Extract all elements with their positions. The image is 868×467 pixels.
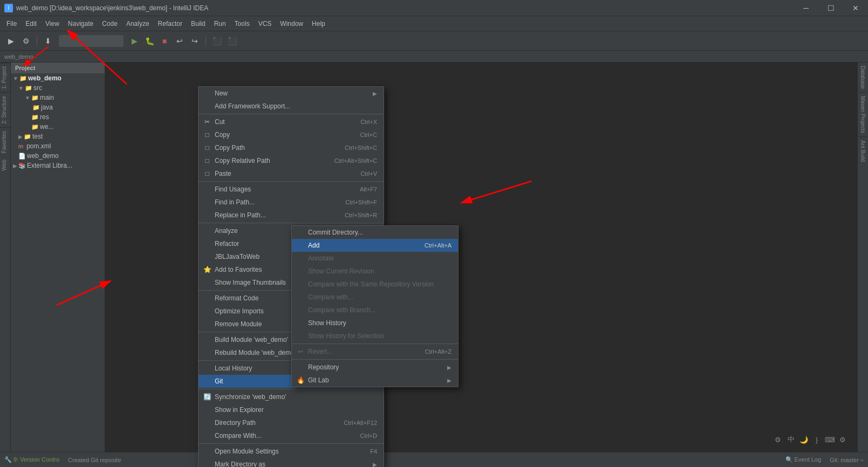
sub-add[interactable]: Add Ctrl+Alt+A [292,239,458,252]
icon-theme[interactable]: ⚙ [772,434,784,445]
menu-navigate[interactable]: Navigate [64,18,98,30]
tree-item-src[interactable]: ▼ 📁 src [11,83,105,93]
tree-label: main [40,94,54,101]
ctx-mark-icon [203,460,211,467]
ctx-git-icon [203,377,211,386]
ctx-copy-relative-label: Copy Relative Path [215,157,330,164]
toolbar-btn-extra2[interactable]: ↪ [188,35,201,47]
sub-gitlab[interactable]: 🔥 Git Lab ▶ [292,374,458,387]
tree-item-java[interactable]: 📁 java [11,102,105,112]
ctx-open-module-settings[interactable]: Open Module Settings F4 [199,445,384,458]
menu-code[interactable]: Code [98,18,122,30]
ctx-paste-shortcut: Ctrl+V [360,170,377,177]
sidebar-item-web[interactable]: Web [0,156,10,174]
version-control-label[interactable]: 🔧 9: Version Contro [4,456,59,463]
ctx-directory-path[interactable]: Directory Path Ctrl+Alt+F12 [199,416,384,429]
debug-button[interactable]: 🐛 [143,35,156,47]
minimize-button[interactable]: ─ [794,0,818,16]
ctx-find-in-path-shortcut: Ctrl+Shift+F [345,199,377,205]
menu-file[interactable]: File [2,18,21,30]
icon-settings[interactable]: ⚙ [837,434,849,445]
ctx-find-in-path-icon [203,198,211,207]
sub-show-history[interactable]: Show History [292,317,458,329]
tree-item-main[interactable]: ▼ 📁 main [11,93,105,102]
menu-tools[interactable]: Tools [230,18,254,30]
menu-edit[interactable]: Edit [21,18,41,30]
content-area: New ▶ Add Framework Support... ✂ Cut Ctr… [105,63,868,452]
ctx-copy-path[interactable]: □ Copy Path Ctrl+Shift+C [199,141,384,154]
sidebar-item-structure[interactable]: 2: Structure [0,92,10,127]
ctx-show-in-explorer[interactable]: Show in Explorer [199,403,384,416]
icon-bracket[interactable]: } [811,434,823,445]
menu-build[interactable]: Build [187,18,210,30]
sidebar-item-favorites[interactable]: Favorites [0,127,10,156]
tree-item-external-libs[interactable]: ▶ 📚 External Libra... [11,161,105,170]
ctx-add-framework[interactable]: Add Framework Support... [199,100,384,113]
ctx-copy[interactable]: □ Copy Ctrl+C [199,128,384,141]
ctx-find-usages-icon [203,185,211,194]
ctx-cut[interactable]: ✂ Cut Ctrl+X [199,115,384,128]
ctx-copy-label: Copy [215,131,356,139]
event-log-link[interactable]: 🔍 Event Log [785,456,822,463]
sidebar-ant[interactable]: Ant Build [859,137,867,165]
ctx-new[interactable]: New ▶ [199,87,384,100]
tree-item-we[interactable]: 📁 we... [11,122,105,132]
ctx-mark-directory[interactable]: Mark Directory as ▶ [199,458,384,467]
run-button[interactable]: ▶ [128,35,141,47]
menu-refactor[interactable]: Refactor [154,18,187,30]
menu-view[interactable]: View [41,18,64,30]
tree-item-web_demo[interactable]: ▼ 📁 web_demo [11,73,105,83]
menu-analyze[interactable]: Analyze [122,18,154,30]
toolbar-btn-extra1[interactable]: ↩ [173,35,186,47]
sub-compare-with-label: Compare with... [308,293,452,301]
sidebar-database[interactable]: Database [859,63,867,93]
tree-item-web-demo-file[interactable]: 📄 web_demo [11,151,105,161]
menu-help[interactable]: Help [307,18,330,30]
ctx-copy-relative-path[interactable]: □ Copy Relative Path Ctrl+Alt+Shift+C [199,154,384,167]
sub-repository[interactable]: Repository ▶ [292,361,458,374]
ctx-paste[interactable]: □ Paste Ctrl+V [199,167,384,180]
stop-button[interactable]: ■ [158,35,171,47]
sidebar-item-project[interactable]: 1: Project [0,63,10,92]
toolbar-btn-git2[interactable]: ⬛ [225,35,238,47]
file-icon: 📄 [18,153,26,160]
ctx-compare-icon [203,431,211,440]
ctx-replace-in-path[interactable]: Replace in Path... Ctrl+Shift+R [199,209,384,222]
toolbar-btn-git[interactable]: ⬛ [210,35,223,47]
git-branch[interactable]: Git: master ÷ [830,457,864,463]
tree-label: we... [40,123,53,131]
sub-gitlab-label: Git Lab [308,376,445,384]
status-right: 🔍 Event Log Git: master ÷ [785,456,864,463]
tree-label: test [32,133,43,140]
left-sidebar-labels: 1: Project 2: Structure Favorites Web [0,63,11,452]
ctx-explorer-label: Show in Explorer [215,406,377,414]
toolbar-btn-1[interactable]: ▶ [4,35,17,47]
ctx-copy-path-icon: □ [203,143,211,152]
menu-run[interactable]: Run [210,18,230,30]
ctx-compare-with[interactable]: Compare With... Ctrl+D [199,429,384,442]
tree-item-pom[interactable]: m pom.xml [11,141,105,151]
tree-item-res[interactable]: 📁 res [11,112,105,122]
sub-revert: ↩ Revert... Ctrl+Alt+Z [292,345,458,358]
ctx-find-usages[interactable]: Find Usages Alt+F7 [199,183,384,196]
sub-commit-directory[interactable]: Commit Directory... [292,226,458,239]
sidebar-maven[interactable]: Maven Projects [859,93,867,137]
toolbar-btn-3[interactable]: ⬇ [42,35,54,47]
ctx-synchronize[interactable]: 🔄 Synchronize 'web_demo' [199,390,384,403]
menu-vcs[interactable]: VCS [254,18,276,30]
icon-chinese[interactable]: 中 [785,434,797,445]
icon-night[interactable]: 🌙 [798,434,810,445]
close-button[interactable]: ✕ [843,0,868,16]
run-config-dropdown[interactable] [59,35,124,47]
icon-keyboard[interactable]: ⌨ [824,434,836,445]
maximize-button[interactable]: ☐ [818,0,843,16]
tree-label: src [33,84,42,92]
ctx-jbl-icon [203,252,211,261]
breadcrumb: web_demo [0,51,868,63]
tree-item-test[interactable]: ▶ 📁 test [11,132,105,141]
ctx-find-in-path[interactable]: Find in Path... Ctrl+Shift+F [199,196,384,209]
toolbar-btn-2[interactable]: ⚙ [19,35,32,47]
status-bar: 🔧 9: Version Contro Created Git reposite… [0,452,868,467]
ctx-cut-shortcut: Ctrl+X [360,119,377,125]
menu-window[interactable]: Window [276,18,307,30]
